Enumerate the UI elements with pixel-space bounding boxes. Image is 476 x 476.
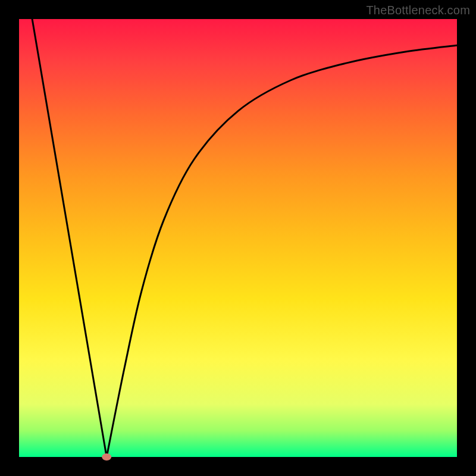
bottleneck-curve	[19, 19, 457, 457]
chart-plot-area	[19, 19, 457, 457]
curve-path	[32, 19, 457, 457]
chart-frame: TheBottleneck.com	[0, 0, 476, 476]
curve-minimum-marker	[102, 453, 111, 461]
attribution-text: TheBottleneck.com	[366, 4, 470, 17]
